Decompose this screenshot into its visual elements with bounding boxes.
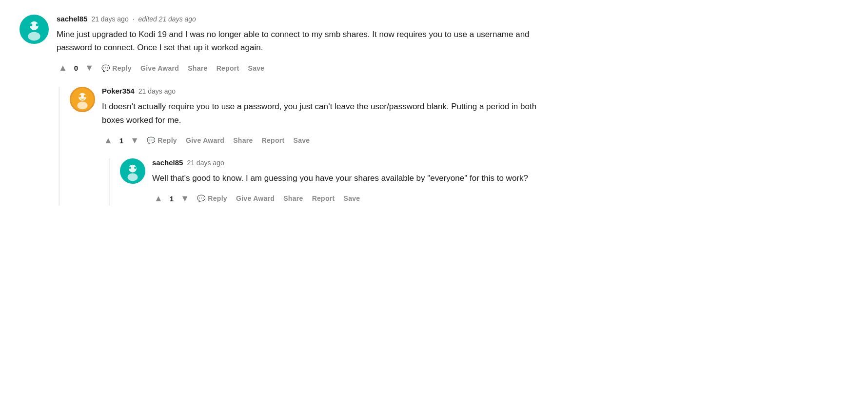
comment-meta: Poker354 21 days ago — [102, 87, 556, 95]
comment-item: sachel85 21 days ago · edited 21 days ag… — [20, 15, 556, 75]
svg-point-14 — [134, 166, 136, 168]
reply-icon: 💬 — [147, 136, 155, 144]
downvote-button[interactable]: ▼ — [83, 61, 96, 75]
comment-time: 21 days ago — [91, 15, 128, 23]
svg-point-8 — [79, 95, 81, 97]
comment-item: sachel85 21 days ago Well that's good to… — [120, 158, 556, 206]
vote-count: 1 — [170, 194, 174, 203]
comment-body: Poker354 21 days ago It doesn’t actually… — [102, 87, 556, 147]
comment-meta: sachel85 21 days ago — [152, 158, 556, 167]
svg-point-9 — [84, 95, 86, 97]
reply-button[interactable]: 💬 Reply — [194, 193, 230, 204]
share-button[interactable]: Share — [280, 193, 306, 204]
comment-body: sachel85 21 days ago Well that's good to… — [152, 158, 556, 206]
give-award-button[interactable]: Give Award — [183, 135, 227, 146]
svg-point-13 — [129, 166, 131, 168]
report-button[interactable]: Report — [214, 62, 242, 74]
comment-text: It doesn’t actually require you to use a… — [102, 100, 556, 126]
svg-point-7 — [77, 102, 87, 110]
comment-actions: ▲ 1 ▼ 💬 Reply Give Award Share Report — [102, 134, 556, 148]
avatar — [70, 87, 95, 112]
avatar — [120, 158, 145, 184]
give-award-button[interactable]: Give Award — [233, 193, 277, 204]
upvote-button[interactable]: ▲ — [57, 61, 69, 75]
vote-count: 0 — [74, 64, 78, 72]
svg-point-12 — [127, 173, 138, 181]
avatar — [20, 15, 49, 44]
comment-edited: edited 21 days ago — [138, 15, 196, 23]
comment-thread: sachel85 21 days ago · edited 21 days ag… — [20, 15, 556, 206]
comment-author: sachel85 — [152, 158, 183, 167]
comment-text: Mine just upgraded to Kodi 19 and I was … — [57, 28, 556, 54]
report-button[interactable]: Report — [259, 135, 288, 146]
reply-button[interactable]: 💬 Reply — [144, 135, 180, 146]
comment-meta: sachel85 21 days ago · edited 21 days ag… — [57, 15, 556, 23]
svg-point-2 — [28, 32, 40, 40]
save-button[interactable]: Save — [245, 62, 268, 74]
comment-time: 21 days ago — [187, 159, 224, 167]
comment-text: Well that's good to know. I am guessing … — [152, 172, 556, 185]
give-award-button[interactable]: Give Award — [138, 62, 182, 74]
comment-author: Poker354 — [102, 87, 135, 95]
vote-count: 1 — [119, 136, 123, 145]
comment-time: 21 days ago — [138, 87, 176, 95]
nested-thread-level-2: sachel85 21 days ago Well that's good to… — [109, 158, 556, 206]
reply-icon: 💬 — [101, 64, 110, 72]
reply-button[interactable]: 💬 Reply — [99, 62, 135, 74]
downvote-button[interactable]: ▼ — [178, 192, 191, 206]
report-button[interactable]: Report — [309, 193, 338, 204]
comment-actions: ▲ 1 ▼ 💬 Reply Give Award Share — [152, 192, 556, 206]
reply-icon: 💬 — [197, 194, 205, 202]
share-button[interactable]: Share — [230, 135, 256, 146]
save-button[interactable]: Save — [341, 193, 363, 204]
upvote-button[interactable]: ▲ — [102, 134, 115, 148]
upvote-button[interactable]: ▲ — [152, 192, 165, 206]
dot-separator: · — [133, 15, 135, 23]
svg-point-3 — [30, 23, 32, 26]
share-button[interactable]: Share — [185, 62, 210, 74]
nested-thread-level-1: Poker354 21 days ago It doesn’t actually… — [59, 87, 556, 206]
save-button[interactable]: Save — [291, 135, 313, 146]
comment-item: Poker354 21 days ago It doesn’t actually… — [70, 87, 556, 147]
comment-author: sachel85 — [57, 15, 87, 23]
svg-point-4 — [36, 23, 39, 26]
comment-actions: ▲ 0 ▼ 💬 Reply Give Award Share Report Sa… — [57, 61, 556, 75]
comment-body: sachel85 21 days ago · edited 21 days ag… — [57, 15, 556, 75]
downvote-button[interactable]: ▼ — [128, 134, 141, 148]
